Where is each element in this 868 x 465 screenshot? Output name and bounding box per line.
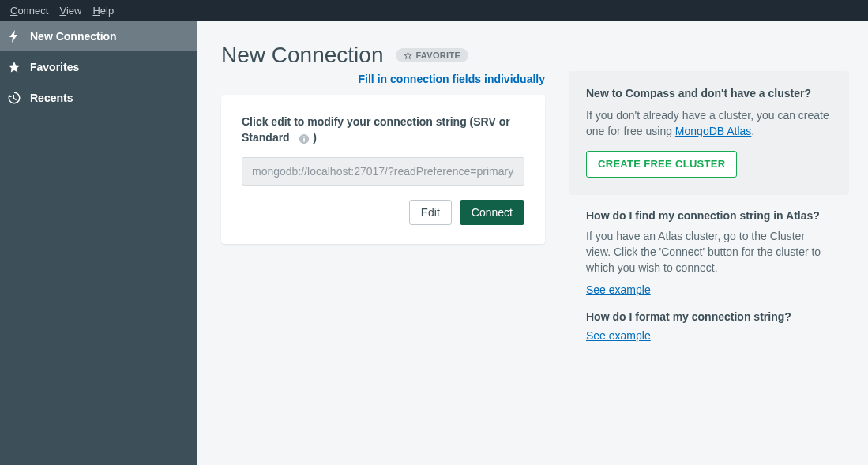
svg-rect-1 [303, 138, 305, 141]
info-icon[interactable] [299, 133, 310, 144]
svg-rect-2 [303, 136, 305, 137]
star-icon [8, 61, 21, 73]
section-text: If you have an Atlas cluster, go to the … [586, 228, 832, 276]
sidebar: New Connection Favorites Recents [0, 21, 197, 465]
create-free-cluster-button[interactable]: CREATE FREE CLUSTER [586, 151, 737, 178]
section-title: How do I format my connection string? [586, 310, 832, 323]
edit-button[interactable]: Edit [409, 200, 452, 225]
main-content: New Connection FAVORITE Fill in connecti… [197, 21, 868, 465]
menubar: Connect View Help [0, 0, 868, 21]
star-outline-icon [404, 51, 412, 60]
sidebar-item-label: Favorites [30, 61, 79, 73]
history-icon [8, 92, 21, 104]
favorite-button[interactable]: FAVORITE [396, 48, 468, 62]
see-example-link-1[interactable]: See example [586, 283, 651, 296]
favorite-label: FAVORITE [415, 51, 460, 60]
menu-view[interactable]: View [54, 5, 87, 17]
connection-string-input[interactable] [242, 157, 524, 186]
sidebar-item-favorites[interactable]: Favorites [0, 51, 197, 82]
connection-card: Click edit to modify your connection str… [221, 95, 545, 244]
find-connection-string-section: How do I find my connection string in At… [569, 209, 849, 297]
sidebar-item-label: New Connection [30, 30, 117, 43]
panel-text: If you don't already have a cluster, you… [586, 107, 832, 140]
panel-title: New to Compass and don't have a cluster? [586, 87, 832, 99]
see-example-link-2[interactable]: See example [586, 329, 651, 342]
bolt-icon [8, 30, 21, 43]
sidebar-item-new-connection[interactable]: New Connection [0, 21, 197, 51]
format-connection-string-section: How do I format my connection string? Se… [569, 310, 849, 342]
sidebar-item-label: Recents [30, 92, 73, 104]
connect-button[interactable]: Connect [460, 200, 524, 225]
atlas-link[interactable]: MongoDB Atlas [675, 125, 752, 137]
menu-connect[interactable]: Connect [5, 5, 54, 17]
sidebar-item-recents[interactable]: Recents [0, 82, 197, 113]
page-title: New Connection [221, 43, 383, 68]
new-user-panel: New to Compass and don't have a cluster?… [569, 71, 849, 195]
menu-help[interactable]: Help [87, 5, 119, 17]
fill-fields-link[interactable]: Fill in connection fields individually [221, 73, 545, 85]
connection-label: Click edit to modify your connection str… [242, 114, 524, 146]
section-title: How do I find my connection string in At… [586, 209, 832, 222]
